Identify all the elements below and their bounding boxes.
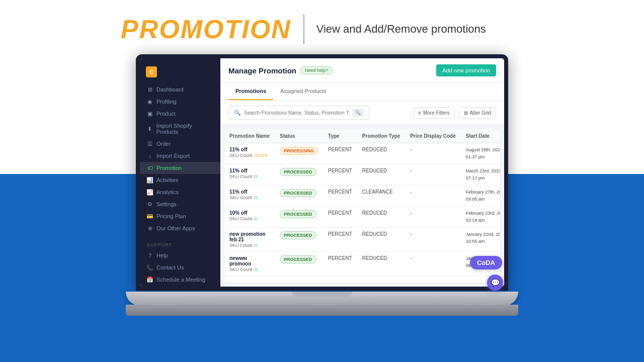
sidebar-item-analytics[interactable]: 📈 Analytics [140,186,220,198]
cell-status: PROCESSED [275,228,323,252]
table-row: 11% off SKU Count: 0 PROCESSED PERCENT R… [224,164,500,186]
sidebar-item-label: Import Shopify Products [156,123,213,135]
sidebar-item-product[interactable]: ▣ Product [140,108,220,120]
promotion-title: PROMOTION [121,14,291,44]
chat-bubble-button[interactable]: 💬 [487,275,503,291]
sidebar-item-activities[interactable]: 📊 Activities [140,174,220,186]
cell-promo-name: 10% off SKU Count: 0 [224,207,275,228]
col-status: Status [275,129,323,143]
sidebar: C ⊞ Dashboard ◉ Profiling ▣ Product [140,58,220,287]
logo-icon: C [146,66,157,77]
sidebar-item-dashboard[interactable]: ⊞ Dashboard [140,83,220,96]
product-icon: ▣ [147,111,153,117]
sidebar-item-order[interactable]: ☰ Order [140,138,220,150]
dashboard-icon: ⊞ [147,86,153,93]
tab-promotions[interactable]: Promotions [228,83,273,100]
col-type: Type [323,129,357,143]
help-icon: ? [147,252,153,258]
sidebar-item-help[interactable]: ? Help [140,249,220,261]
cell-promo-type: REDUCED [357,228,405,252]
support-label: SUPPORT [140,238,220,249]
sidebar-item-label: Help [156,252,168,258]
sidebar-item-label: Import Export [156,153,190,159]
laptop-notch [292,292,352,297]
table-row: 10% off SKU Count: 0 PROCESSED PERCENT R… [224,207,500,228]
promotions-table: Promotion Name Status Type Promotion Typ… [224,129,500,276]
import-icon: ⬇ [147,126,153,132]
cell-start-date: February 23rd, 202303:19 am [461,207,500,228]
more-filters-label: More Filters [423,110,450,116]
sidebar-item-label: Order [156,141,171,147]
tab-assigned-products[interactable]: Assigned Products [273,83,334,100]
sidebar-item-label: Pricing Plan [156,213,186,219]
cell-promo-name: new promotion feb 21 SKU Count: 0 [224,228,275,252]
more-filters-button[interactable]: ≡ More Filters [413,107,455,119]
nav-section-support: ? Help 📞 Contact Us 📅 Schedule a Meeting [140,249,220,287]
sidebar-item-label: Settings [156,201,177,207]
cell-start-date: March 23rd, 202307:17 pm [461,164,500,186]
cell-price-display: - [405,207,461,228]
contact-icon: 📞 [147,264,153,270]
need-help-badge[interactable]: Need help? [300,66,333,74]
cell-promo-type: REDUCED [357,164,405,186]
cell-status: PROCESSED [275,252,323,276]
add-new-promotion-button[interactable]: Add new promotion [436,64,496,76]
cell-promo-type: REDUCED [357,252,405,276]
table-row: 11% off SKU Count: 20319 PROCESSING PERC… [224,143,500,164]
cell-type: PERCENT [323,207,357,228]
topbar: Manage Promotion Need help? Add new prom… [220,58,504,83]
col-price-display-code: Price Display Code [405,129,461,143]
cell-start-date: February 27th, 202303:05 am [461,186,500,207]
table-row: new promotion feb 21 SKU Count: 0 PROCES… [224,228,500,252]
toolbar-right: ≡ More Filters ⊞ Alter Grid [413,107,496,119]
sidebar-item-settings[interactable]: ⚙ Settings [140,198,220,210]
order-icon: ☰ [147,141,153,147]
sidebar-item-promotion[interactable]: 🏷 Promotion [140,162,220,174]
pricing-icon: 💳 [147,213,153,219]
main-content: Manage Promotion Need help? Add new prom… [220,58,504,287]
table-row: newww promooo SKU Count: 0 PROCESSED PER… [224,252,500,276]
alter-grid-button[interactable]: ⊞ Alter Grid [459,107,496,119]
sidebar-item-other-apps[interactable]: ⊕ Our Other Apps [140,222,220,234]
sidebar-item-import-export[interactable]: ↕ Import Export [140,150,220,162]
search-icon: 🔍 [234,110,241,116]
cell-start-date: August 28th, 202301:37 pm [461,143,500,164]
sidebar-item-label: Analytics [156,189,179,195]
col-start-date: Start Date [461,129,500,143]
cell-promo-type: REDUCED [357,143,405,164]
table-header: Promotion Name Status Type Promotion Typ… [224,129,500,143]
chat-icon: 💬 [491,279,500,287]
table-body: 11% off SKU Count: 20319 PROCESSING PERC… [224,143,500,276]
other-apps-icon: ⊕ [147,225,153,231]
topbar-left: Manage Promotion Need help? [228,66,333,75]
sidebar-item-label: Contact Us [156,264,184,270]
cell-start-date: January 22nd, 202310:55 am [461,228,500,252]
cell-type: PERCENT [323,143,357,164]
settings-icon: ⚙ [147,201,153,207]
cell-price-display: - [405,252,461,276]
cell-type: PERCENT [323,186,357,207]
filter-icon: ≡ [418,110,421,116]
header-subtitle: View and Add/Remove promotions [316,23,486,36]
sidebar-item-contact[interactable]: 📞 Contact Us [140,261,220,274]
sidebar-item-pricing-plan[interactable]: 💳 Pricing Plan [140,210,220,222]
sidebar-item-schedule[interactable]: 📅 Schedule a Meeting [140,274,220,286]
sidebar-item-import-shopify[interactable]: ⬇ Import Shopify Products [140,120,220,138]
analytics-icon: 📈 [147,189,153,195]
cell-promo-name: 11% off SKU Count: 20319 [224,143,275,164]
search-button[interactable]: 🔍 [352,109,364,117]
page-heading: Manage Promotion [228,66,296,75]
sidebar-item-label: Promotion [156,165,182,171]
cell-price-display: - [405,186,461,207]
sidebar-item-label: Product [156,111,176,117]
search-input[interactable] [244,110,349,116]
cell-type: PERCENT [323,164,357,186]
col-promotion-type: Promotion Type [357,129,405,143]
nav-section-main: ⊞ Dashboard ◉ Profiling ▣ Product ⬇ Impo… [140,83,220,238]
sidebar-item-profiling[interactable]: ◉ Profiling [140,96,220,108]
header-divider [303,14,304,44]
cell-type: PERCENT [323,252,357,276]
alter-grid-label: Alter Grid [470,110,491,116]
sidebar-item-label: Schedule a Meeting [156,277,205,283]
cell-price-display: - [405,143,461,164]
